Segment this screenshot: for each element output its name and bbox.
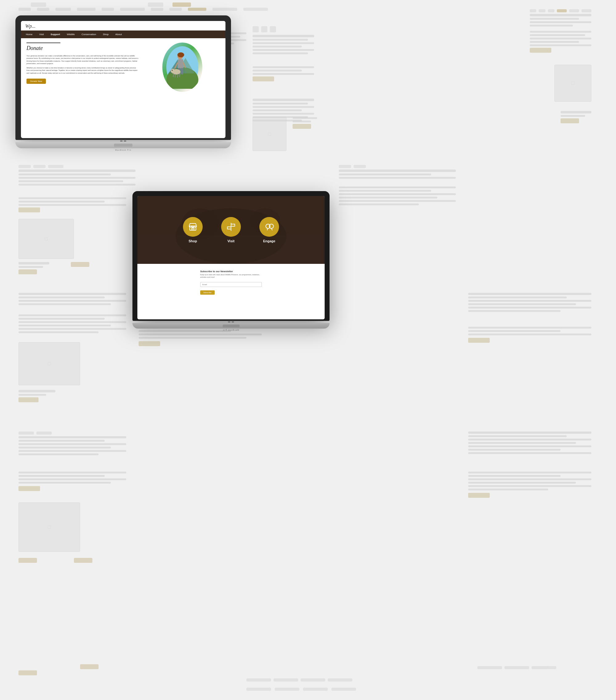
site-text-col: Donate Your generous donation can make a…	[26, 42, 139, 92]
oval-illustration	[162, 42, 202, 92]
visit-label: Visit	[227, 239, 234, 243]
svg-rect-26	[231, 224, 235, 226]
nav-shop[interactable]: Shop	[102, 33, 110, 36]
email-input[interactable]	[200, 282, 262, 287]
page-container: □ □ □	[0, 0, 616, 700]
laptop-bottom-screen: Shop	[132, 191, 330, 321]
nav-wildlife[interactable]: Wildlife	[66, 33, 76, 36]
site-content: Donate Your generous donation can make a…	[21, 38, 226, 96]
laptop-top-base	[15, 142, 231, 148]
newsletter-box: Subscribe to our Newsletter Keep up to d…	[200, 270, 262, 295]
laptop-bottom: Shop	[132, 191, 330, 332]
site2-hero: Shop	[137, 196, 325, 264]
newsletter-subtitle: Keep up to date with news about Wildlife…	[200, 274, 262, 278]
macbook-pro-label-top: MacBook Pro	[15, 149, 231, 152]
nav-support[interactable]: Support	[49, 33, 61, 36]
svg-rect-10	[181, 68, 183, 75]
site-logo: Wp...	[25, 23, 221, 29]
site2-footer: Subscribe to our Newsletter Keep up to d…	[137, 264, 325, 301]
trackpad-bottom	[223, 325, 240, 327]
trackpad-top	[114, 143, 132, 147]
svg-line-16	[180, 73, 180, 77]
subscribe-button[interactable]: Subscribe	[200, 290, 215, 295]
nav-visit[interactable]: Visit	[38, 33, 45, 36]
laptop-top-display: Wp... Home Visit Support Wildlife Conser…	[21, 21, 226, 138]
svg-marker-29	[227, 227, 231, 229]
laptop-top-ports	[15, 140, 231, 142]
donate-paragraph-2: Whether you choose to make a one-time do…	[26, 66, 139, 74]
nav-conservation[interactable]: Conservation	[80, 33, 97, 36]
svg-rect-6	[178, 59, 183, 68]
hero-icon-engage[interactable]: Engage	[259, 217, 279, 243]
site-img-col	[145, 42, 220, 92]
newsletter-title: Subscribe to our Newsletter	[200, 270, 262, 273]
laptop-bottom-display: Shop	[137, 196, 325, 319]
shop-icon-circle	[183, 217, 203, 237]
site-nav: Home Visit Support Wildlife Conservation…	[21, 30, 226, 38]
nav-home[interactable]: Home	[25, 33, 34, 36]
laptop-bottom-ports	[132, 321, 330, 323]
svg-line-32	[267, 228, 268, 230]
nav-about[interactable]: About	[114, 33, 123, 36]
laptop-bottom-base	[132, 323, 330, 328]
donate-paragraph-1: Your generous donation can make a remark…	[26, 54, 139, 65]
site-header: Wp...	[21, 21, 226, 30]
donate-button[interactable]: Donate Now	[26, 79, 46, 84]
shop-label: Shop	[189, 239, 197, 243]
donate-heading: Donate	[26, 45, 139, 53]
svg-rect-28	[227, 227, 231, 229]
macbook-pro-label-bottom: MacBook Pro	[132, 329, 330, 332]
heading-underline	[26, 42, 60, 43]
engage-label: Engage	[263, 239, 275, 243]
svg-point-12	[171, 69, 175, 73]
visit-icon-circle	[221, 217, 241, 237]
svg-line-33	[271, 228, 272, 230]
hero-icon-shop[interactable]: Shop	[183, 217, 203, 243]
macbook-text-mirrored: MacBook Pro	[223, 329, 239, 331]
svg-marker-27	[231, 224, 235, 226]
engage-icon-circle	[259, 217, 279, 237]
laptop-top-screen: Wp... Home Visit Support Wildlife Conser…	[15, 15, 231, 140]
svg-point-5	[177, 52, 184, 57]
svg-point-17	[172, 70, 173, 71]
laptop-top: Wp... Home Visit Support Wildlife Conser…	[15, 15, 231, 152]
hero-icon-visit[interactable]: Visit	[221, 217, 241, 243]
